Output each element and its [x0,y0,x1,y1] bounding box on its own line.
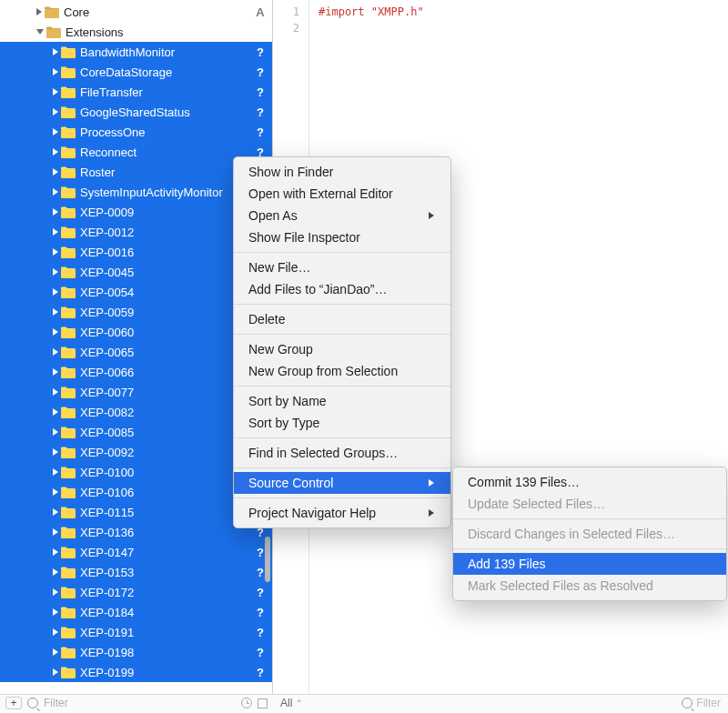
tree-item-xep-0082[interactable]: XEP-0082? [0,402,272,422]
tree-item-xep-0198[interactable]: XEP-0198? [0,642,272,662]
source-control-submenu[interactable]: Commit 139 Files…Update Selected Files…D… [452,467,727,601]
disclosure-triangle[interactable] [53,308,58,316]
disclosure-triangle[interactable] [53,288,58,296]
tree-item-xep-0016[interactable]: XEP-0016? [0,242,272,262]
disclosure-triangle[interactable] [53,68,58,75]
tree-item-xep-0147[interactable]: XEP-0147? [0,542,272,562]
scope-label[interactable]: All [280,697,292,709]
scm-icon[interactable] [258,698,268,708]
menu-item-add-files-to-jiandao[interactable]: Add Files to “JianDao”… [234,278,450,300]
tree-item-xep-0136[interactable]: XEP-0136? [0,522,272,542]
disclosure-triangle[interactable] [53,268,58,276]
disclosure-triangle[interactable] [53,368,58,376]
tree-item-label: XEP-0153 [80,566,254,579]
disclosure-triangle[interactable] [53,428,58,436]
project-navigator[interactable]: CoreAExtensionsBandwidthMonitor?CoreData… [0,0,273,696]
disclosure-triangle[interactable] [53,148,58,156]
menu-item-sort-by-name[interactable]: Sort by Name [234,390,450,412]
tree-item-processone[interactable]: ProcessOne? [0,122,272,142]
tree-item-googlesharedstatus[interactable]: GoogleSharedStatus? [0,102,272,122]
menu-item-new-file[interactable]: New File… [234,256,450,278]
tree-item-xep-0077[interactable]: XEP-0077? [0,382,272,402]
disclosure-triangle[interactable] [53,48,58,55]
menu-item-commit-139-files[interactable]: Commit 139 Files… [453,471,726,493]
disclosure-triangle[interactable] [53,328,58,336]
scrollbar-thumb[interactable] [265,537,270,582]
svg-rect-25 [61,509,76,518]
disclosure-triangle[interactable] [53,228,58,236]
tree-item-xep-0115[interactable]: XEP-0115? [0,502,272,522]
disclosure-triangle[interactable] [53,188,58,196]
filter-input[interactable]: Filter [44,697,236,709]
tree-item-xep-0092[interactable]: XEP-0092? [0,442,272,462]
tree-item-systeminputactivitymonitor[interactable]: SystemInputActivityMonitor? [0,182,272,202]
tree-item-coredatastorage[interactable]: CoreDataStorage? [0,62,272,82]
tree-item-xep-0191[interactable]: XEP-0191? [0,622,272,642]
tree-item-xep-0066[interactable]: XEP-0066? [0,362,272,382]
tree-item-roster[interactable]: Roster? [0,162,272,182]
disclosure-triangle[interactable] [53,168,58,176]
menu-item-new-group-from-selection[interactable]: New Group from Selection [234,360,450,382]
tree-item-xep-0100[interactable]: XEP-0100? [0,462,272,482]
tree-item-xep-0012[interactable]: XEP-0012? [0,222,272,242]
disclosure-triangle[interactable] [53,488,58,496]
disclosure-triangle[interactable] [53,508,58,516]
tree-item-xep-0199[interactable]: XEP-0199? [0,662,272,682]
tree-item-xep-0060[interactable]: XEP-0060? [0,322,272,342]
tree-item-xep-0045[interactable]: XEP-0045? [0,262,272,282]
scm-status: ? [254,126,267,139]
menu-item-delete[interactable]: Delete [234,308,450,330]
filter-label[interactable]: Filter [696,697,721,709]
recent-icon[interactable] [241,698,252,708]
disclosure-triangle[interactable] [53,388,58,396]
disclosure-triangle[interactable] [53,608,58,616]
disclosure-triangle[interactable] [53,448,58,456]
disclosure-triangle[interactable] [53,588,58,596]
tree-item-xep-0054[interactable]: XEP-0054? [0,282,272,302]
disclosure-triangle[interactable] [36,8,42,15]
menu-item-open-with-external-editor[interactable]: Open with External Editor [234,183,450,205]
disclosure-triangle[interactable] [53,248,58,256]
disclosure-triangle[interactable] [53,648,58,656]
add-button[interactable]: + [5,697,22,709]
menu-item-sort-by-type[interactable]: Sort by Type [234,412,450,434]
disclosure-triangle[interactable] [53,348,58,356]
context-menu[interactable]: Show in FinderOpen with External EditorO… [233,156,451,528]
tree-item-xep-0172[interactable]: XEP-0172? [0,582,272,602]
menu-item-project-navigator-help[interactable]: Project Navigator Help [234,502,450,524]
disclosure-triangle[interactable] [53,408,58,416]
disclosure-triangle[interactable] [53,208,58,216]
tree-item-xep-0184[interactable]: XEP-0184? [0,602,272,622]
tree-item-reconnect[interactable]: Reconnect? [0,142,272,162]
tree-item-core[interactable]: CoreA [0,2,272,22]
menu-item-new-group[interactable]: New Group [234,338,450,360]
disclosure-triangle[interactable] [53,128,58,136]
menu-item-open-as[interactable]: Open As [234,205,450,226]
disclosure-triangle[interactable] [53,548,58,556]
filter-icon[interactable] [682,698,693,708]
tree-item-bandwidthmonitor[interactable]: BandwidthMonitor? [0,42,272,62]
menu-item-label: Project Navigator Help [248,506,376,520]
filter-icon[interactable] [27,698,38,708]
tree-item-xep-0065[interactable]: XEP-0065? [0,342,272,362]
tree-item-xep-0106[interactable]: XEP-0106? [0,482,272,502]
tree-item-xep-0153[interactable]: XEP-0153? [0,562,272,582]
tree-item-extensions[interactable]: Extensions [0,22,272,42]
disclosure-triangle[interactable] [53,88,58,95]
menu-item-show-file-inspector[interactable]: Show File Inspector [234,226,450,248]
menu-item-add-139-files[interactable]: Add 139 Files [453,553,726,575]
tree-item-filetransfer[interactable]: FileTransfer? [0,82,272,102]
tree-item-xep-0085[interactable]: XEP-0085? [0,422,272,442]
disclosure-triangle[interactable] [53,468,58,476]
disclosure-triangle[interactable] [36,29,44,35]
menu-item-show-in-finder[interactable]: Show in Finder [234,161,450,183]
disclosure-triangle[interactable] [53,568,58,576]
menu-item-find-in-selected-groups[interactable]: Find in Selected Groups… [234,442,450,464]
menu-item-source-control[interactable]: Source Control [234,472,450,494]
tree-item-xep-0059[interactable]: XEP-0059? [0,302,272,322]
disclosure-triangle[interactable] [53,108,58,115]
disclosure-triangle[interactable] [53,668,58,676]
disclosure-triangle[interactable] [53,528,58,536]
tree-item-xep-0009[interactable]: XEP-0009? [0,202,272,222]
disclosure-triangle[interactable] [53,628,58,636]
